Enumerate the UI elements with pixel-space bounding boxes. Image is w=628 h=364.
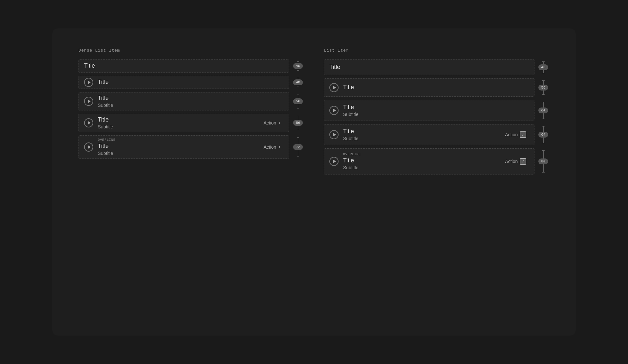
- list-row-wrapper-list-5: OverlineTitleSubtitleAction80: [324, 148, 550, 174]
- checkbox[interactable]: [520, 158, 526, 165]
- section-dense-list-item: Dense List ItemTitle40Title40TitleSubtit…: [78, 48, 304, 316]
- text-content: OverlineTitleSubtitle: [343, 152, 505, 171]
- tick-bottom: [542, 143, 545, 143]
- line-bottom: [543, 164, 544, 172]
- height-badge: 56: [293, 120, 303, 126]
- title-text: Title: [343, 84, 529, 91]
- section-list-item: List ItemTitle48Title56TitleSubtitle64Ti…: [324, 48, 550, 316]
- tick-bottom: [542, 94, 545, 95]
- line-bottom: [298, 126, 298, 130]
- action-area[interactable]: Action›: [264, 120, 281, 125]
- action-area[interactable]: Action: [505, 131, 526, 138]
- list-row-wrapper-dense-2: Title40: [78, 76, 304, 89]
- line-bottom: [543, 113, 544, 119]
- tick-bottom: [297, 70, 299, 71]
- subtitle-text: Subtitle: [343, 165, 505, 171]
- play-icon[interactable]: [84, 142, 93, 152]
- list-row-wrapper-dense-4: TitleSubtitleAction›56: [78, 114, 304, 132]
- height-indicator: 48: [537, 61, 550, 73]
- height-indicator: 72: [292, 137, 304, 157]
- line-top: [543, 62, 544, 64]
- list-item-dense-4[interactable]: TitleSubtitleAction›: [78, 114, 289, 132]
- tick-bottom: [297, 108, 299, 108]
- subtitle-text: Subtitle: [343, 136, 505, 141]
- text-content: TitleSubtitle: [343, 104, 529, 117]
- title-text: Title: [343, 128, 505, 135]
- list-row-wrapper-list-4: TitleSubtitleAction64: [324, 124, 550, 145]
- height-badge: 80: [538, 158, 548, 164]
- line-bottom: [543, 91, 544, 94]
- play-icon[interactable]: [84, 118, 93, 127]
- tick-bottom: [297, 157, 299, 157]
- title-text: Title: [98, 142, 264, 150]
- list-row-wrapper-list-2: Title56: [324, 78, 550, 97]
- tick-bottom: [542, 172, 545, 173]
- line-bottom: [543, 138, 544, 143]
- line-top: [298, 116, 298, 120]
- play-icon[interactable]: [329, 157, 339, 166]
- list-row-wrapper-dense-1: Title40: [78, 59, 304, 73]
- text-content: OverlineTitleSubtitle: [98, 138, 264, 156]
- list-item-dense-3[interactable]: TitleSubtitle: [78, 92, 289, 110]
- list-item-list-2[interactable]: Title: [324, 78, 534, 97]
- line-top: [298, 138, 298, 144]
- list-item-list-3[interactable]: TitleSubtitle: [324, 100, 534, 121]
- action-area[interactable]: Action›: [264, 144, 281, 150]
- line-top: [543, 81, 544, 85]
- list-item-dense-1[interactable]: Title: [78, 59, 289, 73]
- line-top: [543, 151, 544, 158]
- action-label: Action: [505, 132, 518, 137]
- line-top: [543, 126, 544, 132]
- main-container: Dense List ItemTitle40Title40TitleSubtit…: [52, 28, 576, 336]
- line-top: [298, 94, 298, 98]
- text-content: TitleSubtitle: [98, 116, 264, 130]
- list-item-list-4[interactable]: TitleSubtitleAction: [324, 124, 534, 145]
- list-row-wrapper-list-1: Title48: [324, 59, 550, 75]
- line-bottom: [298, 150, 298, 157]
- title-text: Title: [98, 94, 284, 102]
- height-indicator: 64: [537, 102, 550, 119]
- height-indicator: 40: [292, 61, 304, 71]
- text-content: Title: [98, 78, 284, 86]
- height-indicator: 40: [292, 78, 304, 87]
- height-badge: 40: [293, 63, 303, 69]
- subtitle-text: Subtitle: [98, 124, 264, 130]
- tick-bottom: [542, 119, 545, 119]
- overline-text: Overline: [343, 152, 505, 157]
- section-label: List Item: [324, 48, 550, 53]
- height-badge: 48: [538, 64, 548, 70]
- action-label: Action: [264, 144, 276, 150]
- play-icon[interactable]: [84, 97, 93, 106]
- action-label: Action: [505, 159, 518, 164]
- section-label: Dense List Item: [78, 48, 304, 53]
- title-text: Title: [98, 78, 284, 86]
- play-icon[interactable]: [329, 130, 339, 139]
- subtitle-text: Subtitle: [343, 111, 529, 117]
- list-item-dense-5[interactable]: OverlineTitleSubtitleAction›: [78, 135, 289, 159]
- list-item-dense-2[interactable]: Title: [78, 76, 289, 89]
- title-text: Title: [98, 116, 264, 124]
- list-row-wrapper-dense-5: OverlineTitleSubtitleAction›72: [78, 135, 304, 159]
- list-row-wrapper-list-3: TitleSubtitle64: [324, 100, 550, 121]
- action-area[interactable]: Action: [505, 158, 526, 165]
- action-label: Action: [264, 120, 276, 125]
- list-item-list-1[interactable]: Title: [324, 59, 534, 75]
- height-indicator: 56: [537, 80, 550, 95]
- text-content: Title: [343, 84, 529, 91]
- line-bottom: [298, 104, 298, 108]
- play-icon[interactable]: [84, 78, 93, 87]
- subtitle-text: Subtitle: [98, 102, 284, 108]
- height-indicator: 56: [292, 116, 304, 130]
- list-item-list-5[interactable]: OverlineTitleSubtitleAction: [324, 148, 534, 174]
- height-badge: 40: [293, 79, 303, 85]
- height-badge: 56: [293, 98, 303, 104]
- title-text: Title: [343, 157, 505, 164]
- title-text: Title: [84, 62, 284, 70]
- play-icon[interactable]: [329, 83, 339, 92]
- checkbox[interactable]: [520, 131, 526, 138]
- title-text: Title: [343, 104, 529, 111]
- height-badge: 72: [293, 144, 303, 150]
- play-icon[interactable]: [329, 106, 339, 115]
- height-indicator: 56: [292, 94, 304, 108]
- chevron-icon: ›: [278, 120, 281, 125]
